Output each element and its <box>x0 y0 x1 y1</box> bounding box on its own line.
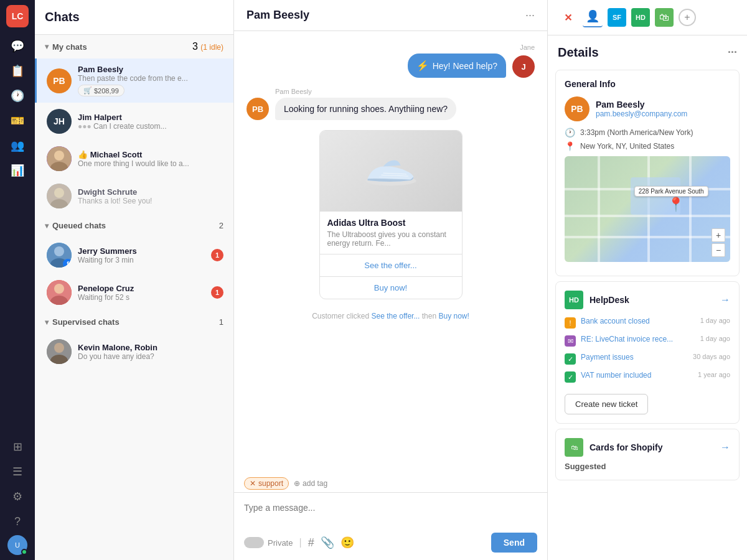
person-panel-tab[interactable]: 👤 <box>583 7 603 27</box>
ticket-bank-account[interactable]: ! Bank account closed 1 day ago <box>565 317 730 329</box>
supervised-chats-title: Supervised chats <box>52 317 120 327</box>
chat-name-kevin: Kevin Malone, Robin <box>78 343 223 352</box>
nav-team[interactable]: 👥 <box>6 134 29 157</box>
map-pin: 📍 <box>667 197 684 213</box>
gi-time-row: 🕐 3:33pm (North America/New York) <box>565 128 730 138</box>
my-chats-title: My chats <box>52 42 87 52</box>
nav-help[interactable]: ? <box>6 510 29 533</box>
general-info-card: General Info PB Pam Beesly pam.beesly@co… <box>555 70 740 276</box>
map-zoom-controls: + − <box>712 228 725 257</box>
chat-item-kevin-robin[interactable]: Kevin Malone, Robin Do you have any idea… <box>35 333 233 370</box>
tags-area: ✕ support ⊕ add tag <box>234 472 547 492</box>
chat-preview-dwight: Thanks a lot! See you! <box>78 197 223 205</box>
user-avatar[interactable]: U <box>7 535 27 555</box>
chat-item-jerry-summers[interactable]: f Jerry Summers Waiting for 3 min 1 <box>35 236 233 274</box>
nav-settings[interactable]: ⚙ <box>6 485 29 508</box>
shopify-arrow[interactable]: → <box>720 442 730 453</box>
location-icon: 📍 <box>565 141 575 151</box>
chat-item-pam-beesly[interactable]: PB Pam Beesly Then paste the code from t… <box>35 58 233 103</box>
send-button[interactable]: Send <box>491 533 537 553</box>
ticket-livechat-invoice[interactable]: ✉ RE: LiveChat invoice rece... 1 day ago <box>565 335 730 347</box>
message-input[interactable] <box>244 500 537 525</box>
ticket-label-invoice: RE: LiveChat invoice rece... <box>581 335 695 343</box>
ticket-time-vat: 1 year ago <box>698 371 730 378</box>
chat-item-jim-halpert[interactable]: JH Jim Halpert ●●● Can I create custom..… <box>35 103 233 140</box>
helpdesk-panel-tab[interactable]: HD <box>631 8 650 27</box>
map-background: 📍 228 Park Avenue South + − <box>565 156 730 262</box>
salesforce-panel-tab[interactable]: SF <box>608 8 626 27</box>
chat-item-penelope-cruz[interactable]: Penelope Cruz Waiting for 52 s 1 <box>35 274 233 311</box>
msg-group-jane: Jane J ⚡ Hey! Need help? <box>247 44 535 78</box>
supervised-chats-count: 1 <box>219 317 223 327</box>
helpdesk-arrow[interactable]: → <box>720 294 730 306</box>
add-tag-button[interactable]: ⊕ add tag <box>294 479 327 488</box>
gi-location: New York, NY, United States <box>580 142 674 151</box>
nav-archive[interactable]: 📋 <box>6 60 29 82</box>
helpdesk-icon: HD <box>565 291 583 309</box>
toolbar-separator: | <box>299 537 301 548</box>
nav-tickets[interactable]: 🎫 <box>6 110 29 132</box>
map-zoom-out[interactable]: − <box>712 243 725 257</box>
chat-info-penelope: Penelope Cruz Waiting for 52 s <box>78 284 205 302</box>
buy-now-button[interactable]: Buy now! <box>320 276 462 299</box>
nav-reports[interactable]: 📊 <box>6 159 29 182</box>
chat-name-penelope: Penelope Cruz <box>78 284 205 293</box>
toggle-switch[interactable] <box>244 537 264 548</box>
shopify-title: Cards for Shopify <box>590 442 714 452</box>
tag-remove-icon[interactable]: ✕ <box>250 479 256 488</box>
chat-header-more[interactable]: ··· <box>525 9 535 22</box>
create-ticket-button[interactable]: Create new ticket <box>565 394 648 414</box>
avatar-kevin <box>47 339 72 364</box>
attachment-icon[interactable]: 📎 <box>321 536 334 549</box>
tag-support[interactable]: ✕ support <box>244 477 289 490</box>
ticket-icon-bank: ! <box>565 317 576 329</box>
details-header-bar: ✕ 👤 SF HD 🛍 + <box>548 0 747 35</box>
supervised-chats-section[interactable]: Supervised chats 1 <box>35 311 233 333</box>
nav-chats[interactable]: 💬 <box>6 35 29 57</box>
left-nav: LC 💬 📋 🕐 🎫 👥 📊 ⊞ ☰ ⚙ ? U <box>0 0 35 560</box>
hashtag-icon[interactable]: # <box>308 536 314 549</box>
map-zoom-in[interactable]: + <box>712 228 725 242</box>
chat-item-michael-scott[interactable]: 👍 Michael Scott One more thing I would l… <box>35 140 233 177</box>
nav-apps[interactable]: ⊞ <box>6 436 29 458</box>
click-note: Customer clicked See the offer... then B… <box>247 312 535 320</box>
shopify-panel-tab[interactable]: 🛍 <box>655 8 674 27</box>
ticket-label-vat: VAT number included <box>581 371 693 380</box>
msg-row-pam: PB Looking for running shoes. Anythiing … <box>247 98 535 120</box>
chat-info-jim: Jim Halpert ●●● Can I create custom... <box>78 113 223 131</box>
ticket-time-invoice: 1 day ago <box>700 335 730 342</box>
gi-time: 3:33pm (North America/New York) <box>580 128 693 137</box>
chat-name-jim: Jim Halpert <box>78 113 223 122</box>
gi-email[interactable]: pam.beesly@company.com <box>596 110 687 118</box>
chat-preview-kevin: Do you have any idea? <box>78 352 223 361</box>
msg-bubble-pam: Looking for running shoes. Anythiing new… <box>275 98 456 120</box>
chat-messages: Jane J ⚡ Hey! Need help? Pam Beesly PB L… <box>234 31 547 472</box>
nav-clock[interactable]: 🕐 <box>6 85 29 107</box>
chat-info-dwight: Dwight Schrute Thanks a lot! See you! <box>78 187 223 205</box>
close-panel-tab[interactable]: ✕ <box>558 7 578 27</box>
ticket-vat-number[interactable]: ✓ VAT number included 1 year ago <box>565 371 730 383</box>
emoji-icon[interactable]: 🙂 <box>341 536 354 549</box>
my-chats-section[interactable]: My chats 3 (1 idle) <box>35 35 233 58</box>
add-panel-tab[interactable]: + <box>679 9 696 26</box>
my-chats-label: My chats <box>45 42 87 52</box>
msg-avatar-jane: J <box>512 55 535 78</box>
nav-list[interactable]: ☰ <box>6 460 29 483</box>
badge-penelope: 1 <box>211 286 223 299</box>
chat-header-name: Pam Beesly <box>247 9 309 22</box>
svg-point-4 <box>54 188 64 198</box>
see-offer-button[interactable]: See the offer... <box>320 254 462 276</box>
private-toggle[interactable]: Private <box>244 537 293 548</box>
gi-avatar: PB <box>565 96 590 121</box>
chat-item-dwight-schrute[interactable]: Dwight Schrute Thanks a lot! See you! <box>35 177 233 215</box>
queued-chats-section[interactable]: Queued chats 2 <box>35 215 233 236</box>
ticket-payment-issues[interactable]: ✓ Payment issues 30 days ago <box>565 353 730 365</box>
facebook-icon: f <box>63 259 72 268</box>
shopify-header: 🛍 Cards for Shopify → <box>565 438 730 457</box>
helpdesk-card: HD HelpDesk → ! Bank account closed 1 da… <box>555 281 740 424</box>
chat-header: Pam Beesly ··· <box>234 0 547 31</box>
ticket-time-bank: 1 day ago <box>700 317 730 324</box>
helpdesk-header: HD HelpDesk → <box>565 291 730 309</box>
chat-preview-jim: ●●● Can I create custom... <box>78 122 223 131</box>
details-more[interactable]: ··· <box>728 46 737 59</box>
